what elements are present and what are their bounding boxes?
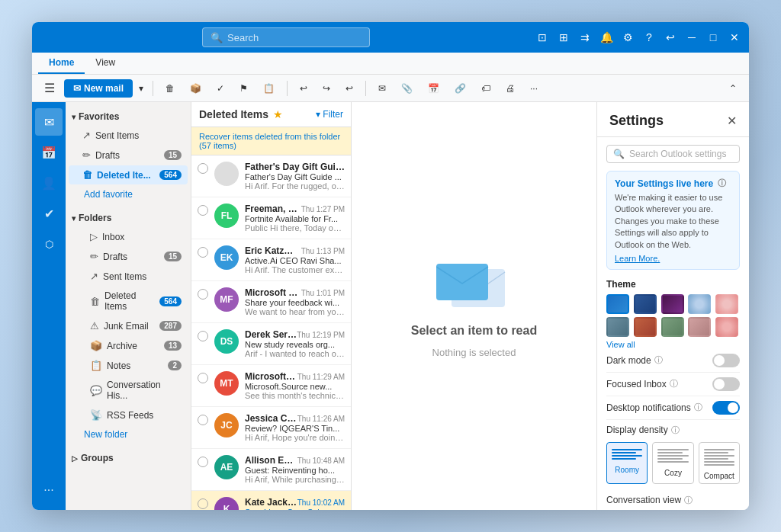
undo2-button[interactable]: ↩ — [339, 80, 359, 97]
settings-gear-icon[interactable]: ⚙ — [619, 29, 636, 46]
desktop-notifications-info-icon[interactable]: ⓘ — [694, 402, 702, 413]
focused-inbox-info-icon[interactable]: ⓘ — [670, 378, 678, 389]
email-list-star-icon[interactable]: ★ — [273, 108, 283, 120]
help-icon[interactable]: ? — [641, 29, 657, 46]
settings-close-button[interactable]: ✕ — [727, 114, 737, 128]
search-box[interactable]: 🔍 — [202, 27, 370, 47]
new-mail-dropdown-button[interactable]: ▾ — [136, 80, 146, 97]
theme-swatch-5[interactable] — [606, 317, 629, 337]
theme-swatch-1[interactable] — [634, 294, 657, 314]
email-checkbox[interactable] — [198, 163, 208, 174]
flag-button[interactable]: ⚑ — [233, 80, 254, 97]
more-button[interactable]: ··· — [524, 80, 544, 97]
folder-inbox[interactable]: ▷ Inbox — [69, 227, 188, 246]
folder-conv-history[interactable]: 💬 Conversation His... — [69, 376, 188, 405]
email-item[interactable]: MF Microsoft Feedback Thu 1:01 PM Share … — [191, 281, 351, 323]
sidebar-item-people[interactable]: 👤 — [35, 169, 63, 197]
theme-swatch-0[interactable] — [606, 294, 629, 314]
email-checkbox[interactable] — [198, 289, 208, 300]
theme-swatch-2[interactable] — [661, 294, 684, 314]
hamburger-menu-button[interactable]: ☰ — [38, 78, 61, 98]
bell-icon[interactable]: 🔔 — [598, 29, 615, 46]
collapse-ribbon-button[interactable]: ⌃ — [723, 80, 743, 97]
grid-icon[interactable]: ⊞ — [555, 29, 572, 46]
delete-button[interactable]: 🗑 — [159, 80, 181, 97]
email-item[interactable]: K Kate Jackson & Lisa Gottheil Thu 10:02… — [191, 491, 351, 510]
settings-search-input[interactable] — [629, 149, 733, 159]
folders-section-header[interactable]: ▾ Folders — [66, 210, 191, 226]
folder-deleted-items-fav[interactable]: 🗑 Deleted Ite... 564 — [69, 165, 188, 184]
move-button[interactable]: 📋 — [257, 80, 281, 97]
email-item[interactable]: JC Jessica Cornel Thu 11:26 AM Review? I… — [191, 407, 351, 449]
theme-swatch-8[interactable] — [688, 317, 711, 337]
email-item[interactable]: MT Microsoft Developer Team Thu 11:29 AM… — [191, 365, 351, 407]
maximize-icon[interactable]: □ — [705, 29, 722, 46]
email-checkbox[interactable] — [198, 205, 208, 216]
learn-more-link[interactable]: Learn More. — [615, 254, 731, 263]
sidebar-item-tasks[interactable]: ✔ — [35, 200, 63, 227]
theme-swatch-9[interactable] — [715, 317, 738, 337]
focused-inbox-toggle[interactable] — [712, 377, 740, 391]
print-button[interactable]: 🖨 — [500, 80, 521, 97]
folder-junk[interactable]: ⚠ Junk Email 287 — [69, 316, 188, 335]
view-all-themes-link[interactable]: View all — [606, 340, 740, 349]
add-favorite-link[interactable]: Add favorite — [66, 185, 191, 204]
close-icon[interactable]: ✕ — [726, 29, 743, 46]
sidebar-item-mail[interactable]: ✉ — [35, 108, 63, 136]
email-checkbox[interactable] — [198, 457, 208, 467]
minimize-icon[interactable]: ─ — [683, 29, 700, 46]
email-checkbox[interactable] — [198, 331, 208, 341]
live-section-info-icon[interactable]: ⓘ — [718, 178, 726, 189]
dark-mode-toggle[interactable] — [712, 354, 740, 367]
display-density-info-icon[interactable]: ⓘ — [671, 425, 680, 436]
email-checkbox[interactable] — [198, 415, 208, 425]
theme-swatch-3[interactable] — [688, 294, 711, 314]
email-checkbox[interactable] — [198, 247, 208, 258]
compose-email-button[interactable]: ✉ — [372, 80, 392, 97]
theme-swatch-7[interactable] — [661, 317, 684, 337]
undo-button[interactable]: ↩ — [294, 80, 313, 97]
sidebar-item-outlook[interactable]: ⬡ — [35, 230, 63, 258]
folder-sent-items[interactable]: ↗ Sent Items — [69, 126, 188, 145]
calendar-button[interactable]: 📅 — [422, 80, 445, 97]
folder-notes[interactable]: 📋 Notes 2 — [69, 356, 188, 375]
folder-archive[interactable]: 📦 Archive 13 — [69, 336, 188, 355]
tab-view[interactable]: View — [85, 53, 126, 74]
email-item[interactable]: DS Derek Serafin Thu 12:19 PM New study … — [191, 323, 351, 365]
theme-swatch-6[interactable] — [634, 317, 657, 337]
density-roomy[interactable]: Roomy — [606, 442, 648, 484]
dark-mode-info-icon[interactable]: ⓘ — [654, 354, 663, 366]
email-checkbox[interactable] — [198, 498, 208, 509]
groups-section-header[interactable]: ▷ Groups — [66, 450, 191, 466]
recover-banner[interactable]: Recover items deleted from this folder (… — [191, 127, 351, 155]
email-item[interactable]: FL Freeman, Lawson Thu 1:27 PM Fortnite … — [191, 197, 351, 239]
filter-button[interactable]: ▾ Filter — [316, 109, 343, 120]
link-button[interactable]: 🔗 — [448, 80, 472, 97]
archive-button[interactable]: 📦 — [184, 80, 207, 97]
folder-sent[interactable]: ↗ Sent Items — [69, 267, 188, 286]
category-button[interactable]: 🏷 — [475, 80, 497, 97]
video-call-icon[interactable]: ⊡ — [534, 29, 551, 46]
conversation-view-info-icon[interactable]: ⓘ — [684, 495, 693, 506]
email-checkbox[interactable] — [198, 373, 208, 383]
favorites-section-header[interactable]: ▾ Favorites — [66, 108, 191, 125]
attach-button[interactable]: 📎 — [395, 80, 419, 97]
new-folder-link[interactable]: New folder — [66, 425, 191, 444]
mark-read-button[interactable]: ✓ — [211, 80, 230, 97]
sidebar-item-calendar[interactable]: 📅 — [35, 139, 63, 166]
density-cozy[interactable]: Cozy — [652, 442, 693, 484]
new-mail-button[interactable]: ✉ New mail — [64, 79, 133, 98]
density-compact[interactable]: Compact — [699, 442, 740, 484]
folder-drafts-fav[interactable]: ✏ Drafts 15 — [69, 146, 188, 165]
feedback-icon[interactable]: ↩ — [662, 29, 679, 46]
folder-rss[interactable]: 📡 RSS Feeds — [69, 405, 188, 425]
forward-icon[interactable]: ⇉ — [577, 29, 593, 46]
redo-button[interactable]: ↪ — [317, 80, 336, 97]
email-item[interactable]: Father's Day Gift Guide ... Father's Day… — [191, 155, 351, 197]
desktop-notifications-toggle[interactable] — [712, 401, 740, 415]
search-input[interactable] — [227, 32, 362, 43]
folder-drafts[interactable]: ✏ Drafts 15 — [69, 247, 188, 266]
theme-swatch-4[interactable] — [715, 294, 738, 314]
email-item[interactable]: EK Eric Katzman Thu 1:13 PM Active.Ai CE… — [191, 239, 351, 281]
tab-home[interactable]: Home — [38, 53, 85, 74]
